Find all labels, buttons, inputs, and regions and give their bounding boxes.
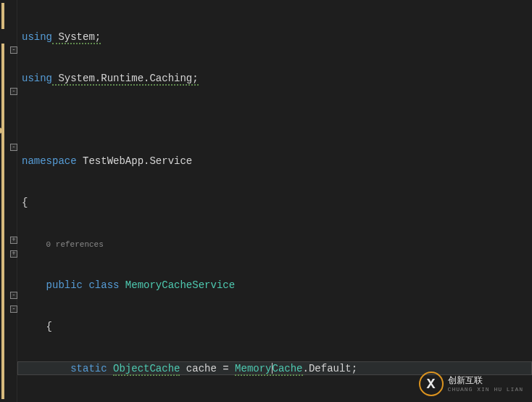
fold-toggle[interactable]: -	[10, 88, 17, 95]
code: .Default;	[303, 363, 358, 374]
change-bar	[1, 44, 4, 399]
fold-toggle[interactable]: -	[10, 292, 17, 299]
code-lens[interactable]: 0 references	[46, 240, 104, 249]
keyword: static	[70, 363, 107, 374]
code-area[interactable]: using System; using System.Runtime.Cachi…	[17, 0, 532, 402]
fold-toggle[interactable]: -	[10, 305, 17, 313]
change-bar	[1, 3, 4, 29]
keyword: public	[46, 279, 83, 291]
code: cache =	[180, 363, 235, 374]
code-editor[interactable]: - - - + + - - using System; using System…	[0, 0, 532, 402]
type: ObjectCache	[113, 363, 180, 376]
class-name: MemoryCacheService	[125, 279, 235, 291]
brace: {	[22, 197, 28, 208]
fold-toggle[interactable]: +	[10, 250, 17, 258]
namespace: TestWebApp.Service	[77, 155, 193, 167]
fold-toggle[interactable]: +	[10, 237, 17, 244]
fold-margin: - - - + + - -	[0, 0, 17, 402]
namespace: System.Runtime.Caching;	[52, 73, 199, 86]
keyword: class	[88, 279, 119, 291]
brace: {	[46, 321, 52, 332]
keyword: using	[22, 31, 52, 43]
current-line: static ObjectCache cache = MemoryCache.D…	[17, 361, 532, 375]
type: MemoryCache	[235, 363, 302, 376]
fold-toggle[interactable]: -	[10, 144, 17, 151]
keyword: namespace	[22, 155, 77, 167]
keyword: using	[22, 73, 52, 84]
namespace: System;	[52, 31, 101, 44]
fold-toggle[interactable]: -	[10, 46, 17, 54]
